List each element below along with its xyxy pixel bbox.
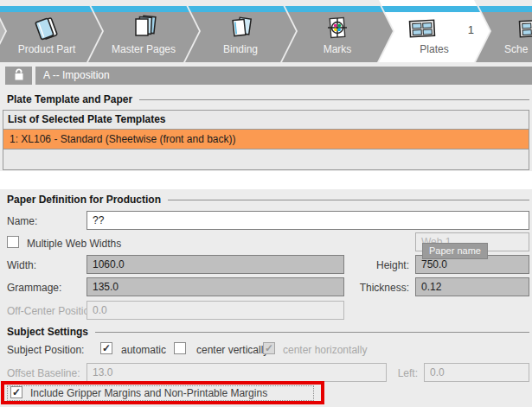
section-header-plate-template: Plate Template and Paper (7, 93, 529, 105)
product-part-icon (3, 13, 90, 44)
plate-template-list: List of Selected Plate Templates 1: XL10… (3, 110, 529, 170)
grammage-field[interactable]: 135.0 (87, 277, 344, 296)
tab-binding[interactable]: Binding (185, 0, 296, 62)
imposition-window: Product Part Master Pages Binding Marks … (0, 0, 532, 407)
offset-baseline-field: 13.0 (87, 363, 387, 382)
list-header: List of Selected Plate Templates (3, 111, 529, 130)
left-field: 0.0 (424, 363, 529, 382)
off-center-label: Off-Center Position: (7, 305, 98, 317)
multiple-web-widths-label: Multiple Web Widths (27, 238, 121, 250)
section-header-subject-settings: Subject Settings (7, 326, 529, 338)
width-field[interactable]: 1060.0 (87, 255, 344, 274)
tab-marks[interactable]: Marks (282, 0, 393, 62)
include-gripper-label: Include Gripper Margins and Non-Printabl… (30, 387, 267, 399)
subject-position-label: Subject Position: (7, 344, 84, 356)
include-gripper-checkbox[interactable]: ✓ (10, 386, 22, 398)
tab-label: Binding (197, 43, 284, 55)
center-horizontally-label: center horizontally (283, 344, 367, 356)
plates-icon (379, 13, 465, 44)
annotation-red-box: ✓ Include Gripper Margins and Non-Printa… (1, 381, 324, 404)
tab-label: Product Part (3, 43, 90, 55)
schedule-icon (502, 13, 532, 44)
off-center-field: 0.0 (87, 301, 344, 320)
separator-strip (0, 171, 532, 189)
paper-name-tooltip: Paper name (422, 243, 488, 259)
tab-plates[interactable]: 1 Plates (379, 0, 490, 62)
thickness-field[interactable]: 0.12 (415, 277, 529, 296)
left-label: Left: (363, 367, 418, 379)
name-field[interactable]: ?? (87, 211, 529, 230)
automatic-label: automatic (121, 344, 166, 356)
divider (95, 332, 529, 333)
grammage-label: Grammage: (7, 282, 61, 294)
width-label: Width: (7, 259, 36, 271)
divider (139, 99, 529, 100)
divider (168, 200, 529, 200)
tab-master-pages[interactable]: Master Pages (88, 0, 199, 62)
center-vertically-checkbox[interactable] (174, 342, 186, 354)
tab-label: Marks (294, 43, 381, 55)
master-pages-icon (100, 13, 187, 44)
lock-button[interactable] (5, 67, 32, 85)
thickness-label: Thickness: (337, 282, 409, 294)
tab-label: Master Pages (100, 43, 187, 55)
binding-icon (197, 13, 284, 44)
tab-product-part[interactable]: Product Part (0, 0, 102, 62)
offset-baseline-label: Offset Baseline: (7, 367, 80, 379)
center-vertically-label: center vertically (196, 344, 268, 356)
automatic-checkbox[interactable]: ✓ (100, 342, 112, 354)
center-horizontally-checkbox: ✓ (263, 342, 275, 354)
multiple-web-widths-checkbox[interactable] (7, 236, 19, 248)
tab-label: Plates (391, 43, 478, 55)
tab-label: Sche (504, 43, 532, 55)
unlock-icon (11, 67, 27, 85)
imposition-title-bar: A -- Imposition (35, 67, 532, 85)
section-header-paper-definition: Paper Definition for Production (7, 194, 529, 206)
name-label: Name: (7, 215, 37, 227)
height-label: Height: (337, 259, 409, 271)
selected-plate-row[interactable]: 1: XL106 - Standard (Sheetwise (front an… (3, 130, 529, 149)
marks-icon (294, 13, 381, 44)
plates-count-badge: 1 (468, 23, 474, 36)
